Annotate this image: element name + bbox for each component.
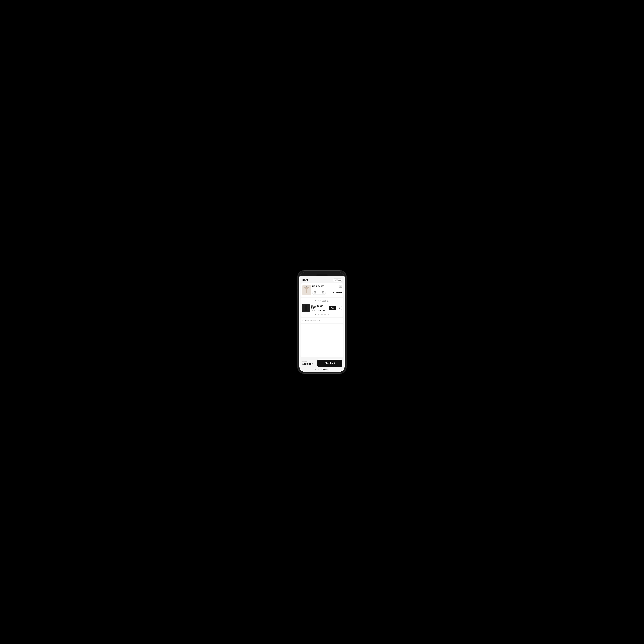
dot-7 (325, 314, 326, 315)
optional-note-section[interactable]: 🖊 Add Optional Note (301, 318, 343, 323)
cart-item-controls: − 1 + 8,100 INR (312, 291, 342, 295)
rec-item-prices: 5,600 INR 2,800 INR (311, 309, 328, 311)
page-title: Cart (302, 278, 308, 282)
continue-shopping-link[interactable]: Continue Shopping (302, 367, 342, 371)
rec-item-name: BEAU HENLEY - ONYX (311, 305, 328, 309)
rec-original-price: 5,600 INR (311, 309, 318, 311)
subtotal-amount: 8,100 INR (302, 363, 316, 366)
note-icon: 🖊 (302, 319, 304, 321)
phone-frame: Cart ✕ Close × (298, 270, 346, 374)
dot-1 (317, 314, 317, 315)
pagination-dots (302, 314, 342, 315)
bottom-bar: Subtotal 8,100 INR Checkout Continue Sho… (299, 358, 345, 372)
dot-8 (327, 314, 327, 315)
cart-content: × (299, 283, 345, 358)
cart-item-row: HENLEY SET XS − 1 + 8,100 INR (302, 285, 342, 295)
cart-empty-space (301, 324, 343, 357)
quantity-decrease-button[interactable]: − (314, 291, 316, 294)
header-bar: Cart ✕ Close (299, 276, 345, 283)
cart-item-name: HENLEY SET (312, 285, 342, 287)
close-icon: ✕ (334, 279, 336, 281)
subtotal-checkout-row: Subtotal 8,100 INR Checkout (302, 360, 342, 367)
subtotal-section: Subtotal 8,100 INR (302, 361, 316, 366)
close-label: Close (336, 279, 341, 281)
recommendations-section: You may also like... BEAU HENLEY - ONYX (301, 298, 343, 317)
screen-content: Cart ✕ Close × (299, 276, 345, 372)
power-button (346, 289, 347, 299)
dot-5 (322, 314, 323, 315)
dot-3 (320, 314, 320, 315)
quantity-stepper: − 1 + (312, 291, 326, 295)
recommendations-title: You may also like... (302, 300, 342, 302)
dot-2 (318, 314, 319, 315)
quantity-value: 1 (318, 292, 320, 294)
dot-4 (321, 314, 322, 315)
volume-button (297, 291, 298, 298)
rec-add-button[interactable]: Add (329, 306, 336, 310)
remove-item-button[interactable]: × (339, 285, 342, 288)
item-thumbnail-svg (303, 286, 310, 294)
dot-9 (328, 314, 329, 315)
quantity-increase-button[interactable]: + (322, 291, 324, 294)
cart-item-price: 8,100 INR (333, 292, 342, 294)
remove-icon: × (340, 285, 341, 287)
rec-item-thumbnail-svg (303, 304, 309, 312)
rec-item-image (302, 304, 310, 312)
close-button[interactable]: ✕ Close (333, 278, 342, 282)
volume-silent-button (297, 285, 298, 289)
note-label: Add Optional Note (305, 319, 320, 321)
rec-item-info: BEAU HENLEY - ONYX 5,600 INR 2,800 INR (311, 305, 328, 311)
cart-item-card: × (301, 283, 343, 297)
dot-6 (324, 314, 325, 315)
cart-item-info: HENLEY SET XS − 1 + 8,100 INR (312, 285, 342, 295)
checkout-button[interactable]: Checkout (317, 360, 342, 367)
phone-notch (299, 272, 345, 276)
cart-item-image (302, 285, 311, 295)
rec-sale-price: 2,800 INR (318, 309, 326, 311)
chevron-right-icon: ▶ (339, 307, 340, 309)
svg-rect-1 (305, 305, 307, 305)
phone-screen: Cart ✕ Close × (299, 272, 345, 372)
subtotal-label: Subtotal (302, 361, 316, 363)
cart-item-variant: XS (312, 288, 342, 289)
dot-0 (315, 314, 316, 315)
rec-more-button[interactable]: ▶ (338, 306, 342, 310)
dynamic-island (316, 274, 328, 276)
recommendation-item-row: BEAU HENLEY - ONYX 5,600 INR 2,800 INR A… (302, 304, 342, 312)
